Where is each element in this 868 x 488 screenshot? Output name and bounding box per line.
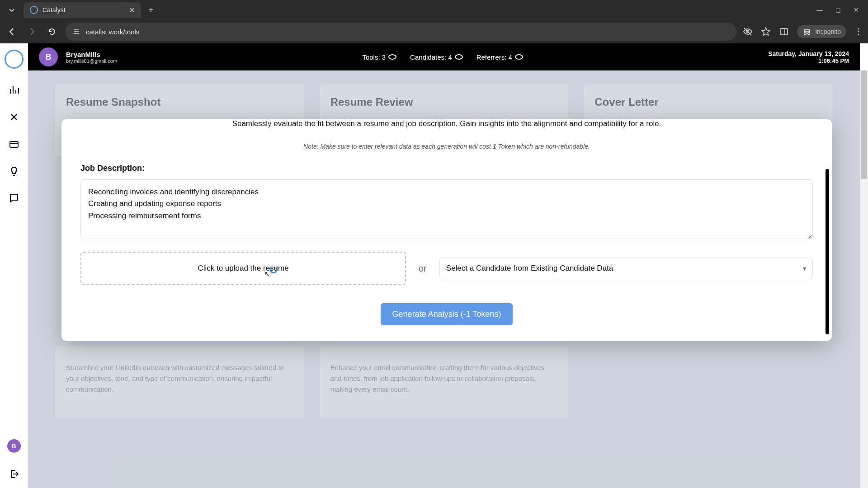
maximize-button[interactable]: ◻: [835, 6, 841, 14]
sidebar-rail: B: [0, 43, 28, 488]
address-bar: catalist.work/tools Incognito: [0, 20, 868, 43]
billing-icon[interactable]: [8, 138, 20, 150]
site-settings-icon[interactable]: [72, 28, 80, 36]
loading-spinner-icon: [269, 265, 278, 273]
minimize-button[interactable]: —: [816, 6, 823, 14]
url-text: catalist.work/tools: [86, 28, 139, 36]
generate-analysis-button[interactable]: Generate Analysis (-1 Tokens): [381, 303, 513, 325]
job-description-input[interactable]: [80, 179, 813, 239]
arrow-right-icon: [28, 27, 37, 36]
tools-icon[interactable]: [8, 111, 20, 123]
token-icon: [515, 54, 523, 60]
close-window-button[interactable]: ✕: [854, 6, 859, 14]
header-time: 1:06:45 PM: [768, 57, 849, 64]
tab-favicon-icon: [30, 6, 38, 14]
reload-button[interactable]: [45, 25, 59, 38]
scrollbar-thumb[interactable]: [861, 70, 867, 179]
header-datetime: Saturday, January 13, 2024 1:06:45 PM: [768, 50, 849, 64]
chat-icon[interactable]: [8, 192, 20, 204]
new-tab-button[interactable]: +: [145, 3, 157, 17]
stat-referrers: Referrers: 4: [476, 53, 523, 61]
url-input[interactable]: catalist.work/tools: [65, 23, 736, 41]
jd-label: Job Description:: [80, 164, 813, 173]
select-placeholder: Select a Candidate from Existing Candida…: [446, 264, 613, 273]
bookmark-icon[interactable]: [761, 27, 771, 37]
side-panel-icon[interactable]: [779, 27, 789, 37]
reload-icon: [47, 27, 57, 36]
svg-point-5: [858, 28, 859, 30]
incognito-badge[interactable]: Incognito: [797, 25, 846, 38]
header-date: Saturday, January 13, 2024: [768, 50, 849, 57]
svg-point-7: [858, 34, 859, 35]
upload-row: Click to upload the resume ↖ or Select a…: [80, 252, 813, 285]
header-username: BryanMills: [66, 51, 117, 58]
header-user-block: BryanMills bry.mills01@gmail.com: [66, 51, 117, 64]
incognito-icon: [802, 28, 811, 35]
page-content: B B BryanMills bry.mills01@gmail.com Too…: [0, 43, 868, 488]
logout-icon[interactable]: [8, 468, 20, 480]
upload-resume-dropzone[interactable]: Click to upload the resume ↖: [80, 252, 406, 285]
window-controls: — ◻ ✕: [816, 6, 864, 14]
user-avatar[interactable]: B: [7, 439, 21, 453]
forward-button[interactable]: [25, 25, 39, 38]
cursor-icon: ↖: [264, 270, 270, 278]
svg-rect-1: [780, 28, 788, 35]
token-icon: [388, 54, 396, 60]
close-icon[interactable]: ✕: [129, 6, 135, 14]
back-button[interactable]: [5, 25, 19, 38]
menu-icon[interactable]: [854, 28, 863, 36]
ideas-icon[interactable]: [8, 165, 20, 177]
token-icon: [455, 54, 463, 60]
header-avatar[interactable]: B: [39, 47, 58, 66]
app-header: B BryanMills bry.mills01@gmail.com Tools…: [28, 43, 860, 70]
browser-tab[interactable]: Catalyst ✕: [24, 2, 141, 18]
header-email: bry.mills01@gmail.com: [66, 58, 117, 64]
tab-bar: Catalyst ✕ + — ◻ ✕: [0, 0, 868, 20]
stat-tools: Tools: 3: [362, 53, 396, 61]
app-logo-icon[interactable]: [5, 50, 24, 69]
tab-title: Catalyst: [42, 6, 124, 14]
page-scrollbar[interactable]: [860, 70, 868, 488]
modal-scrollbar[interactable]: [826, 169, 829, 334]
incognito-label: Incognito: [815, 28, 841, 35]
stat-candidates: Candidates: 4: [410, 53, 463, 61]
dashboard-icon[interactable]: [8, 84, 20, 96]
svg-point-3: [804, 33, 807, 35]
analysis-modal: Seamlessly evaluate the fit between a re…: [61, 119, 832, 341]
or-separator: or: [419, 263, 427, 274]
modal-subtitle: Seamlessly evaluate the fit between a re…: [80, 119, 813, 128]
tab-search-dropdown[interactable]: [4, 2, 20, 18]
arrow-left-icon: [8, 27, 17, 36]
svg-rect-8: [10, 141, 18, 147]
chevron-down-icon: ▾: [803, 265, 806, 272]
svg-point-6: [858, 31, 859, 33]
header-stats: Tools: 3 Candidates: 4 Referrers: 4: [362, 53, 523, 61]
chevron-down-icon: [8, 6, 15, 14]
browser-chrome: Catalyst ✕ + — ◻ ✕ catalist.work/tools: [0, 0, 868, 43]
modal-note: Note: Make sure to enter relevant data a…: [80, 143, 813, 150]
svg-point-4: [808, 33, 810, 35]
eye-off-icon[interactable]: [743, 27, 753, 37]
candidate-select[interactable]: Select a Candidate from Existing Candida…: [439, 258, 813, 279]
